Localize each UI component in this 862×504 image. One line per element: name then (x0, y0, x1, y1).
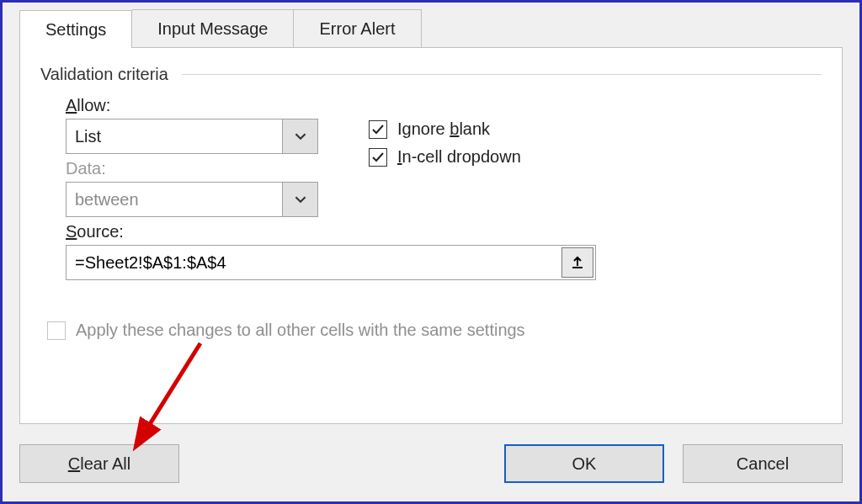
clear-all-button[interactable]: Clear All (19, 444, 179, 483)
checkmark-icon (371, 123, 385, 136)
cancel-button[interactable]: Cancel (683, 444, 843, 483)
ignore-blank-checkbox[interactable]: Ignore blank (369, 119, 521, 139)
source-input-wrap (66, 245, 596, 280)
allow-dropdown-button[interactable] (282, 119, 317, 153)
source-input[interactable] (67, 246, 560, 279)
data-validation-dialog: Settings Input Message Error Alert Valid… (0, 0, 862, 504)
incell-dropdown-checkbox[interactable]: In-cell dropdown (369, 147, 521, 167)
allow-value: List (67, 119, 282, 153)
incell-dropdown-label: In-cell dropdown (397, 147, 521, 167)
apply-changes-checkbox: Apply these changes to all other cells w… (40, 321, 822, 340)
dialog-footer: Clear All OK Cancel (19, 443, 843, 485)
validation-criteria-group: Validation criteria (40, 65, 822, 84)
chevron-down-icon (295, 130, 306, 142)
ok-button[interactable]: OK (504, 444, 664, 483)
tab-settings[interactable]: Settings (19, 10, 132, 48)
data-value: between (67, 183, 282, 216)
tab-error-alert[interactable]: Error Alert (294, 9, 421, 47)
data-label: Data: (66, 159, 335, 178)
tab-strip: Settings Input Message Error Alert (19, 9, 843, 47)
group-title: Validation criteria (40, 65, 177, 84)
range-picker-button[interactable] (561, 247, 593, 278)
data-dropdown-button (282, 183, 317, 216)
tab-input-message[interactable]: Input Message (132, 9, 294, 47)
apply-changes-label: Apply these changes to all other cells w… (76, 321, 525, 340)
allow-label: Allow: (66, 96, 335, 115)
settings-page: Validation criteria Allow: List (19, 47, 843, 424)
chevron-down-icon (295, 194, 306, 205)
collapse-dialog-icon (569, 254, 586, 271)
source-label: Source: (66, 222, 822, 241)
ignore-blank-label: Ignore blank (397, 119, 490, 139)
data-combo: between (66, 182, 318, 217)
checkmark-icon (371, 151, 385, 164)
allow-combo[interactable]: List (66, 119, 318, 154)
